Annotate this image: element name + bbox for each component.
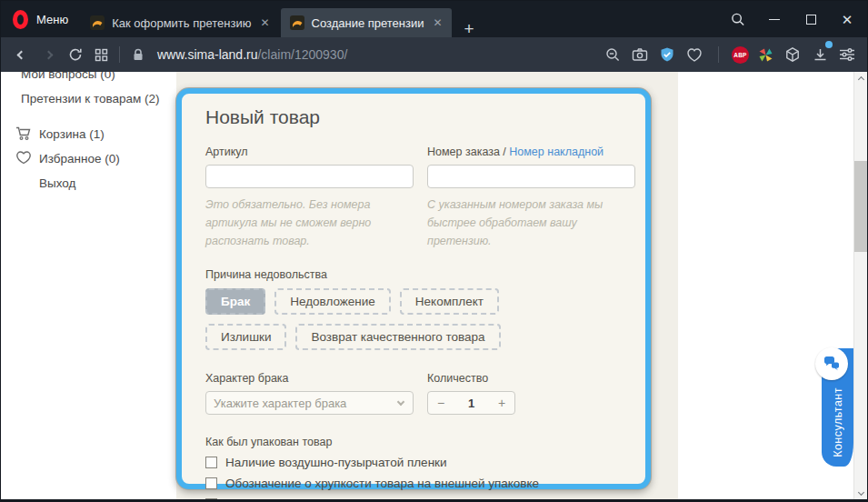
checkbox-label: Обрешетка bbox=[225, 497, 290, 499]
tab-title: Как оформить претензию bbox=[112, 16, 251, 30]
quantity-label: Количество bbox=[427, 372, 635, 385]
site-favicon bbox=[290, 15, 304, 30]
sidebar-item-cart[interactable]: Корзина (1) bbox=[39, 127, 105, 141]
divider bbox=[119, 46, 120, 63]
chevron-down-icon bbox=[397, 398, 404, 406]
window-controls: ✕ bbox=[731, 12, 867, 26]
close-window-button[interactable]: ✕ bbox=[840, 12, 854, 26]
reason-option-surplus[interactable]: Излишки bbox=[205, 324, 286, 350]
checkbox-label: Наличие воздушно-пузырчатой пленки bbox=[225, 456, 447, 469]
checkbox-label: Обозначение о хрупкости товара на внешне… bbox=[225, 477, 539, 490]
reason-option-incomplete[interactable]: Некомплект bbox=[400, 288, 499, 315]
reason-option-defect[interactable]: Брак bbox=[205, 288, 265, 315]
back-icon[interactable] bbox=[10, 44, 32, 65]
consultant-chat-tab[interactable]: Консультант bbox=[822, 348, 853, 467]
checkbox[interactable] bbox=[205, 498, 217, 499]
order-helper-text: С указанным номером заказа мы быстрее об… bbox=[427, 196, 635, 250]
packaging-option-bubble-wrap[interactable]: Наличие воздушно-пузырчатой пленки bbox=[205, 456, 636, 469]
packaging-label: Как был упакован товар bbox=[205, 436, 636, 448]
site-favicon bbox=[90, 15, 105, 30]
sidebar-item-logout[interactable]: Выход bbox=[39, 176, 75, 190]
scroll-down-icon[interactable] bbox=[854, 485, 867, 499]
order-label-text: Номер заказа / bbox=[427, 146, 509, 158]
easy-setup-sliders-icon[interactable] bbox=[836, 44, 858, 65]
heart-icon bbox=[15, 150, 32, 168]
adblock-plus-icon[interactable]: ABP bbox=[732, 46, 749, 64]
vertical-scrollbar[interactable] bbox=[853, 72, 867, 499]
lock-icon[interactable] bbox=[127, 44, 149, 65]
defect-type-label: Характер брака bbox=[205, 372, 414, 385]
reason-options: Брак Недовложение Некомплект Излишки Воз… bbox=[205, 288, 587, 350]
panel-title: Новый товар bbox=[205, 106, 636, 128]
titlebar: Меню Как оформить претензию ✕ Создание п… bbox=[1, 1, 867, 37]
consultant-label: Консультант bbox=[822, 387, 853, 457]
opera-menu-button[interactable]: Меню bbox=[36, 13, 68, 26]
minimize-button[interactable] bbox=[767, 12, 782, 26]
waybill-number-link[interactable]: Номер накладной bbox=[509, 146, 604, 158]
tab-strip: Как оформить претензию ✕ Создание претен… bbox=[81, 1, 474, 37]
opera-logo-icon[interactable] bbox=[13, 10, 28, 29]
snapshot-camera-icon[interactable] bbox=[629, 44, 651, 65]
order-number-input[interactable] bbox=[427, 165, 635, 188]
url-path: /claim/1200930/ bbox=[257, 47, 347, 62]
reason-label: Причина недовольства bbox=[205, 268, 636, 281]
checkbox[interactable] bbox=[205, 477, 217, 489]
sidebar-item-my-questions[interactable]: Мои вопросы (0) bbox=[21, 72, 115, 81]
speed-dial-icon[interactable] bbox=[90, 44, 112, 65]
page-content: Мои вопросы (0) Претензии к товарам (2) … bbox=[1, 72, 867, 499]
packaging-option-crate[interactable]: Обрешетка bbox=[205, 497, 636, 499]
tab-title: Создание претензии bbox=[312, 16, 424, 30]
tab-create-claim[interactable]: Создание претензии ✕ bbox=[281, 8, 452, 37]
bookmark-heart-icon[interactable] bbox=[683, 44, 705, 65]
search-icon[interactable] bbox=[731, 12, 745, 26]
zoom-out-icon[interactable] bbox=[602, 44, 624, 65]
download-notification-dot bbox=[825, 41, 833, 48]
scroll-up-icon[interactable] bbox=[854, 72, 867, 86]
new-tab-button[interactable]: + bbox=[464, 20, 474, 37]
divider bbox=[718, 46, 719, 63]
defect-type-placeholder: Укажите характер брака bbox=[214, 397, 346, 410]
reason-option-return-quality-item[interactable]: Возврат качественного товара bbox=[295, 324, 500, 350]
sidebar-item-claims[interactable]: Претензии к товарам (2) bbox=[21, 92, 160, 105]
tab-how-to-file-claim[interactable]: Как оформить претензию ✕ bbox=[81, 8, 280, 37]
quantity-decrease-button[interactable]: − bbox=[428, 396, 454, 410]
defect-type-group: Характер брака Укажите характер брака bbox=[205, 372, 414, 415]
reason-option-missing-item[interactable]: Недовложение bbox=[274, 288, 391, 315]
extension-cube-icon[interactable] bbox=[782, 44, 803, 65]
url-domain: www.sima-land.ru bbox=[157, 47, 257, 62]
tab-close-icon[interactable]: ✕ bbox=[258, 15, 271, 30]
articul-input[interactable] bbox=[205, 165, 414, 188]
url-field[interactable]: www.sima-land.ru/claim/1200930/ bbox=[157, 47, 347, 62]
browser-window: Меню Как оформить претензию ✕ Создание п… bbox=[0, 0, 868, 502]
cart-icon bbox=[15, 126, 32, 145]
toolbar-extensions: ABP bbox=[602, 44, 867, 65]
checkbox[interactable] bbox=[205, 457, 217, 468]
packaging-option-fragile-marking[interactable]: Обозначение о хрупкости товара на внешне… bbox=[205, 477, 636, 490]
forward-icon[interactable] bbox=[37, 44, 59, 65]
quantity-group: Количество − 1 + bbox=[427, 372, 635, 415]
security-shield-icon[interactable] bbox=[656, 44, 678, 65]
downloads-icon[interactable] bbox=[809, 44, 831, 65]
pinwheel-extension-icon[interactable] bbox=[754, 44, 776, 65]
order-field-group: Номер заказа / Номер накладной С указанн… bbox=[427, 146, 635, 250]
sidebar-item-favorites[interactable]: Избранное (0) bbox=[39, 152, 120, 166]
packaging-section: Как был упакован товар Наличие воздушно-… bbox=[205, 436, 636, 499]
articul-field-group: Артикул Это обязательно. Без номера арти… bbox=[205, 146, 414, 250]
reason-section: Причина недовольства Брак Недовложение Н… bbox=[205, 268, 636, 350]
quantity-increase-button[interactable]: + bbox=[489, 396, 514, 410]
new-item-panel: Новый товар Артикул Это обязательно. Без… bbox=[176, 88, 651, 489]
articul-helper-text: Это обязательно. Без номера артикула мы … bbox=[205, 196, 414, 250]
quantity-stepper: − 1 + bbox=[427, 391, 515, 415]
quantity-value: 1 bbox=[454, 397, 489, 410]
addressbar: www.sima-land.ru/claim/1200930/ ABP bbox=[1, 37, 867, 72]
articul-label: Артикул bbox=[205, 146, 414, 158]
reload-icon[interactable] bbox=[65, 44, 86, 65]
defect-type-select[interactable]: Укажите характер брака bbox=[205, 391, 414, 415]
tab-close-icon[interactable]: ✕ bbox=[432, 15, 444, 30]
maximize-button[interactable] bbox=[803, 12, 818, 26]
chat-bubbles-icon bbox=[815, 347, 848, 380]
order-label: Номер заказа / Номер накладной bbox=[427, 146, 635, 158]
scrollbar-thumb[interactable] bbox=[854, 161, 867, 252]
